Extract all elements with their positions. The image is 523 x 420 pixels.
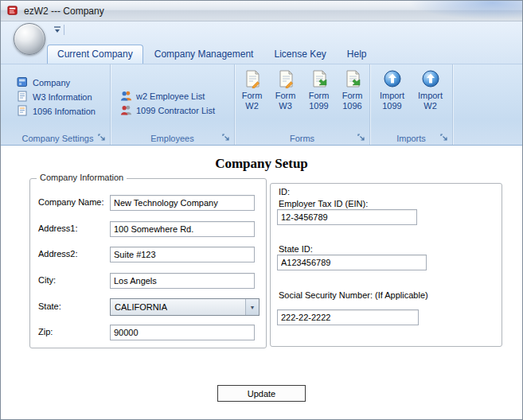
ribbon-item-w3-information[interactable]: W3 Information (17, 90, 110, 103)
tab-current-company[interactable]: Current Company (47, 45, 143, 64)
city-input[interactable] (110, 273, 255, 289)
group-label-forms: Forms (235, 131, 369, 145)
ribbon-group-employees: w2 Employee List 1099 Contractor List Em… (111, 64, 235, 145)
tab-help[interactable]: Help (338, 45, 377, 64)
company-information-groupbox: Company Information Company Name: Addres… (29, 178, 267, 348)
ribbon-item-form-w3[interactable]: Form W3 (270, 69, 302, 131)
company-name-input[interactable] (110, 195, 255, 211)
import-1099-icon (383, 69, 402, 88)
ribbon-group-imports: Import 1099 Import W2 Imports (370, 64, 453, 145)
item-label-line2: W3 (279, 101, 292, 111)
item-label-line1: Form (309, 91, 330, 101)
ssn-label: Social Security Number: (If Applicable) (279, 290, 428, 300)
application-menu-button[interactable] (14, 23, 45, 55)
zip-input[interactable] (110, 325, 255, 340)
item-label-line2: 1099 (382, 101, 401, 111)
company-setup-panel: Company Setup Company Information Compan… (1, 146, 522, 419)
dropdown-arrow-icon[interactable]: ▼ (245, 299, 259, 315)
contractor-people-icon (120, 104, 132, 116)
imports-dialog-launcher-icon[interactable] (440, 134, 448, 142)
tab-company-management[interactable]: Company Management (145, 45, 263, 64)
ribbon-item-w2-employee-list[interactable]: w2 Employee List (120, 89, 234, 103)
company-icon (17, 76, 29, 88)
form-w3-icon (276, 69, 295, 88)
forms-dialog-launcher-icon[interactable] (357, 134, 365, 142)
state-id-input[interactable] (277, 255, 427, 270)
w3-form-icon (17, 91, 29, 103)
company-settings-dialog-launcher-icon[interactable] (98, 134, 106, 142)
item-label-line2: W2 (245, 101, 259, 111)
ribbon: Company W3 Information 1096 Infomation C… (1, 64, 522, 146)
ribbon-tabs: Current Company Company Management Licen… (47, 45, 377, 64)
update-button[interactable]: Update (217, 385, 306, 402)
group-label-text: Employees (150, 134, 193, 143)
id-groupbox: ID: Employer Tax ID (EIN): State ID: Soc… (270, 183, 502, 347)
import-w2-icon (421, 69, 440, 88)
quick-access-toolbar (53, 25, 64, 35)
item-label-line1: Form (275, 91, 296, 101)
item-label-line2: W2 (423, 101, 437, 111)
ribbon-item-form-1099[interactable]: Form 1099 (303, 69, 335, 131)
zip-label: Zip: (38, 327, 53, 336)
page-title: Company Setup (1, 156, 522, 172)
address1-label: Address1: (38, 224, 78, 233)
item-label-line1: Import (418, 91, 443, 101)
id-heading: ID: (279, 187, 290, 196)
company-information-legend: Company Information (37, 173, 127, 182)
ribbon-item-label: w2 Employee List (136, 91, 205, 101)
company-name-label: Company Name: (38, 197, 104, 207)
ribbon-item-1099-contractor-list[interactable]: 1099 Contractor List (120, 103, 234, 117)
ribbon-item-1096-information[interactable]: 1096 Infomation (17, 104, 110, 118)
ribbon-item-label: 1099 Contractor List (136, 106, 215, 115)
group-label-company-settings: Company Settings (6, 131, 110, 145)
ribbon-header: Current Company Company Management Licen… (1, 21, 522, 64)
state-select[interactable]: CALIFORNIA ▼ (110, 298, 260, 316)
address2-label: Address2: (38, 249, 78, 259)
ribbon-item-import-w2[interactable]: Import W2 (412, 69, 449, 131)
state-id-label: State ID: (279, 244, 313, 254)
form-w2-icon (243, 69, 262, 88)
employee-people-icon (120, 90, 132, 102)
item-label-line1: Form (342, 91, 363, 101)
ribbon-item-form-1096[interactable]: Form 1096 (337, 69, 369, 131)
item-label-line1: Import (380, 91, 404, 101)
ribbon-group-forms: Form W2 Form W3 Form 1099 (235, 64, 370, 145)
ribbon-item-import-1099[interactable]: Import 1099 (374, 69, 411, 131)
ribbon-item-label: W3 Information (33, 92, 92, 102)
state-label: State: (38, 301, 61, 311)
group-label-employees: Employees (111, 131, 234, 145)
group-label-text: Imports (396, 134, 426, 143)
city-label: City: (38, 275, 56, 285)
form-1099-icon (310, 69, 329, 88)
employees-dialog-launcher-icon[interactable] (222, 134, 230, 142)
app-window: ezW2 --- Company Current Company Company… (0, 0, 523, 420)
ribbon-group-company-settings: Company W3 Information 1096 Infomation C… (6, 64, 111, 145)
group-label-text: Forms (290, 134, 314, 143)
item-label-line2: 1099 (309, 101, 328, 111)
form-1096-icon (17, 105, 29, 117)
qat-customize-icon[interactable] (53, 25, 64, 35)
item-label-line2: 1096 (342, 101, 361, 111)
address1-input[interactable] (110, 221, 255, 237)
tab-license-key[interactable]: License Key (264, 45, 335, 64)
window-title: ezW2 --- Company (24, 6, 104, 17)
address2-input[interactable] (110, 247, 255, 262)
form-1096-icon-large (343, 69, 362, 88)
group-label-text: Company Settings (22, 134, 94, 143)
group-label-imports: Imports (370, 131, 452, 145)
state-select-value: CALIFORNIA (111, 302, 245, 312)
ein-label: Employer Tax ID (EIN): (279, 199, 368, 208)
ein-input[interactable] (277, 209, 417, 225)
ssn-input[interactable] (277, 309, 419, 325)
item-label-line1: Form (242, 91, 263, 101)
ribbon-item-company[interactable]: Company (17, 76, 110, 89)
ribbon-item-label: Company (33, 78, 70, 88)
titlebar: ezW2 --- Company (1, 1, 522, 21)
ribbon-item-label: 1096 Infomation (33, 107, 96, 116)
app-icon (7, 5, 19, 17)
ribbon-item-form-w2[interactable]: Form W2 (236, 69, 268, 131)
